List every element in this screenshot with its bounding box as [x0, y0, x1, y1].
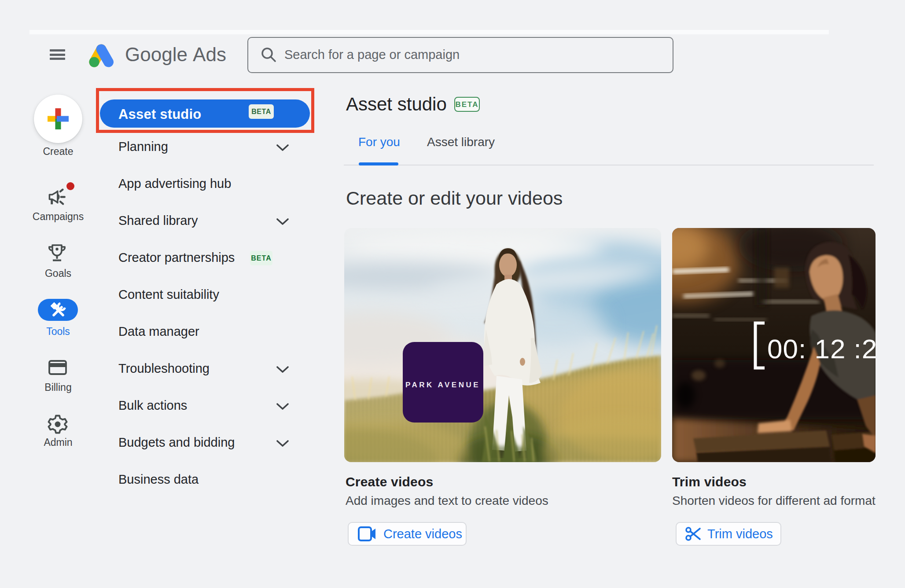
svg-text:PARK AVENUE: PARK AVENUE — [405, 381, 480, 389]
svg-text:00: 12 :2: 00: 12 :2 — [767, 334, 876, 364]
